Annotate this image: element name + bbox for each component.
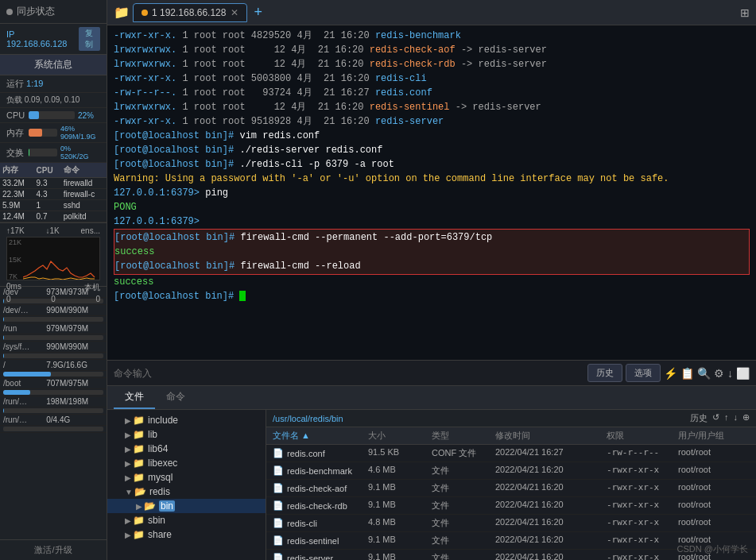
- disk-row: / 7.9G/16.6G: [0, 360, 107, 371]
- file-name: 📄redis-sentinel: [273, 535, 368, 546]
- options-button[interactable]: 选项: [626, 364, 661, 382]
- col-filename[interactable]: 文件名 ▲: [273, 430, 368, 442]
- bottom-panel: 文件 命令 ▶📁include▶📁lib▶📁lib64▶📁libexec▶📁my…: [107, 385, 756, 560]
- upload-icon[interactable]: ↑: [724, 412, 729, 424]
- settings-icon[interactable]: ⚙: [714, 367, 724, 380]
- file-date: 2022/04/21 16:20: [495, 500, 607, 512]
- disk-table: /dev 973M/973M /dev/… 990M/990M /run 979…: [0, 287, 107, 433]
- tab-cmd[interactable]: 命令: [155, 386, 196, 409]
- file-row[interactable]: 📄redis.conf 91.5 KB CONF 文件 2022/04/21 1…: [266, 445, 756, 462]
- upgrade-label[interactable]: 激活/升级: [0, 539, 107, 560]
- disk-avail: 707M/975M: [43, 378, 107, 389]
- file-date: 2022/04/21 16:20: [495, 517, 607, 529]
- file-size: 9.1 MB: [368, 552, 432, 560]
- download-icon[interactable]: ↓: [727, 367, 733, 380]
- proc-cpu: 0.7: [34, 211, 61, 222]
- command-input[interactable]: [114, 368, 584, 379]
- file-perm: -rwxr-xr-x: [607, 500, 678, 512]
- file-path-bar: /usr/local/redis/bin 历史 ↺ ↑ ↓ ⊕: [266, 410, 756, 427]
- file-perm: -rwxr-xr-x: [607, 482, 678, 494]
- tab-close-icon[interactable]: ✕: [231, 7, 238, 18]
- file-icon: 📄: [273, 448, 284, 458]
- file-icon: 📄: [273, 535, 284, 546]
- file-user: root/root: [678, 482, 750, 494]
- terminal-toolbar: 历史 选项 ⚡ 📋 🔍 ⚙ ↓ ⬜: [107, 360, 756, 385]
- net-up: ↑17K: [6, 226, 25, 235]
- disk-path: /sys/f…: [0, 342, 43, 353]
- disk-bar-row: [0, 353, 107, 360]
- term-fw2: [root@localhost bin]# firewall-cmd --rel…: [114, 259, 749, 273]
- file-size: 4.6 MB: [368, 465, 432, 477]
- file-user: root/root: [678, 517, 750, 529]
- term-prompt-server: [root@localhost bin]# ./redis-server red…: [114, 143, 750, 157]
- folder-icon: 📁: [133, 415, 145, 426]
- term-pong: PONG: [114, 200, 750, 214]
- download-file-icon[interactable]: ↓: [734, 412, 739, 424]
- tree-item[interactable]: ▼📂redis: [107, 485, 266, 499]
- proc-cpu: 1: [34, 200, 61, 211]
- tab-add-button[interactable]: +: [254, 4, 262, 21]
- tree-item[interactable]: ▶📁sbin: [107, 513, 266, 527]
- tree-item-label: redis: [149, 486, 170, 497]
- disk-avail: 7.9G/16.6G: [43, 360, 107, 371]
- new-folder-icon[interactable]: ⊕: [742, 412, 750, 424]
- copy-button[interactable]: 复制: [79, 27, 100, 51]
- tree-item[interactable]: ▶📁include: [107, 413, 266, 427]
- folder-icon: 📁: [133, 458, 145, 469]
- fullscreen-icon[interactable]: ⬜: [736, 367, 750, 380]
- refresh-icon[interactable]: ↺: [712, 412, 719, 424]
- spark-y-labels: 21K 15K 7K: [9, 238, 21, 280]
- disk-path: /run/…: [0, 415, 43, 426]
- file-row[interactable]: 📄redis-check-rdb 9.1 MB 文件 2022/04/21 16…: [266, 497, 756, 515]
- net-host: 本机: [84, 282, 100, 293]
- search-icon[interactable]: 🔍: [697, 367, 711, 380]
- col-type[interactable]: 类型: [432, 430, 495, 442]
- sparkline-area: ↑17K ↓1K ens... 21K 15K 7K 0ms 本机 000: [0, 223, 107, 287]
- lightning-icon[interactable]: ⚡: [664, 367, 677, 380]
- tree-toggle: ▶: [125, 459, 131, 468]
- term-prompt-cli: [root@localhost bin]# ./redis-cli -p 637…: [114, 157, 750, 172]
- net-zeros: 000: [6, 295, 100, 303]
- file-row[interactable]: 📄redis-cli 4.8 MB 文件 2022/04/21 16:20 -r…: [266, 515, 756, 532]
- disk-avail: 198M/198M: [43, 396, 107, 407]
- proc-row: 12.4M0.7polkitd: [0, 211, 107, 222]
- col-size[interactable]: 大小: [368, 430, 432, 442]
- tab-file[interactable]: 文件: [114, 386, 155, 409]
- file-type: 文件: [432, 517, 495, 529]
- run-value: 1:19: [26, 79, 43, 88]
- terminal[interactable]: -rwxr-xr-x. 1 root root 4829520 4月 21 16…: [107, 25, 756, 360]
- tab-bar: 📁 1 192.168.66.128 ✕ + ⊞: [107, 0, 756, 25]
- tree-item[interactable]: ▶📁lib: [107, 427, 266, 442]
- copy-terminal-icon[interactable]: 📋: [680, 367, 694, 380]
- disk-bar-row: [0, 371, 107, 378]
- tree-item[interactable]: ▶📂bin: [107, 499, 266, 513]
- tab-grid-icon[interactable]: ⊞: [740, 6, 750, 19]
- tree-item[interactable]: ▶📁share: [107, 527, 266, 542]
- file-date: 2022/04/21 16:20: [495, 482, 607, 494]
- col-date[interactable]: 修改时间: [495, 430, 607, 442]
- history-button[interactable]: 历史: [587, 364, 622, 382]
- tree-item[interactable]: ▶📁libexec: [107, 456, 266, 470]
- col-perm[interactable]: 权限: [607, 430, 678, 442]
- tree-toggle: ▶: [125, 431, 131, 439]
- disk-row: /run/… 198M/198M: [0, 396, 107, 407]
- history-label[interactable]: 历史: [690, 412, 708, 424]
- swap-bar-bg: [29, 149, 57, 156]
- file-row[interactable]: 📄redis-check-aof 9.1 MB 文件 2022/04/21 16…: [266, 480, 756, 497]
- mem-bar-bg: [29, 129, 57, 137]
- tree-item[interactable]: ▶📁mysql: [107, 470, 266, 485]
- file-row[interactable]: 📄redis-benchmark 4.6 MB 文件 2022/04/21 16…: [266, 462, 756, 480]
- mem-bar-row: 内存 46% 909M/1.9G: [0, 123, 107, 143]
- file-tree: ▶📁include▶📁lib▶📁lib64▶📁libexec▶📁mysql▼📂r…: [107, 410, 266, 560]
- disk-bar-row: [0, 334, 107, 342]
- disk-path: /run: [0, 323, 43, 334]
- proc-cpu: 9.3: [34, 178, 61, 189]
- file-type: 文件: [432, 500, 495, 512]
- tab-item[interactable]: 1 192.168.66.128 ✕: [133, 3, 247, 22]
- tree-item[interactable]: ▶📁lib64: [107, 442, 266, 456]
- term-success1: success: [114, 245, 749, 259]
- folder-icon: 📂: [134, 486, 146, 497]
- tree-item-label: lib64: [148, 443, 168, 454]
- cpu-bar-fill: [29, 111, 39, 119]
- col-user[interactable]: 用户/用户组: [678, 430, 750, 442]
